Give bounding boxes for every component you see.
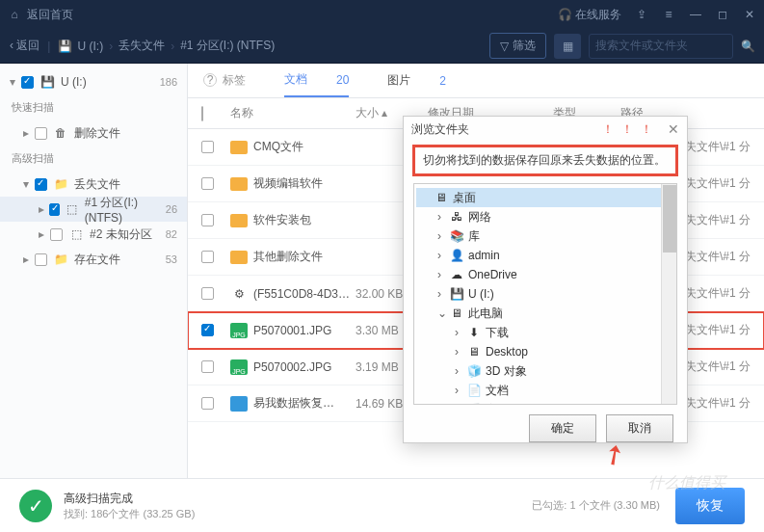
tree-item[interactable]: ›☁OneDrive	[416, 265, 674, 284]
status-title: 高级扫描完成	[64, 491, 195, 507]
dialog-warn-marks: ！！！	[602, 121, 660, 138]
breadcrumb[interactable]: 💾U (I:) ›丢失文件 ›#1 分区(I:) (NTFS)	[58, 38, 275, 54]
tree-label: 音乐	[486, 402, 509, 406]
folder-icon	[230, 141, 248, 154]
folder-icon	[230, 177, 248, 191]
file-name: (F551C0D8-4D3…	[253, 287, 350, 301]
back-home-button[interactable]: ⌂ 返回首页	[8, 7, 73, 23]
tree-label: 下载	[486, 325, 509, 341]
cancel-button[interactable]: 取消	[606, 414, 673, 442]
tree-label: OneDrive	[468, 268, 517, 281]
folder-tree[interactable]: 🖥桌面›🖧网络›📚库›👤admin›☁OneDrive›💾U (I:)⌄🖥此电脑…	[413, 183, 677, 405]
file-name: 其他删除文件	[253, 249, 323, 265]
tree-item[interactable]: ›💾U (I:)	[416, 284, 674, 304]
col-name[interactable]: 名称	[230, 105, 356, 121]
tree-label: 库	[468, 228, 480, 245]
sidebar-part1[interactable]: ▸⬚#1 分区(I:) (NTFS)26	[0, 197, 187, 222]
tree-icon: 🖧	[449, 210, 464, 224]
back-home-label: 返回首页	[27, 7, 73, 23]
headset-icon: 🎧	[559, 8, 572, 21]
grid-icon: ▦	[563, 40, 573, 53]
sidebar-part2[interactable]: ▸⬚#2 未知分区82	[0, 222, 187, 247]
sort-icon: ▴	[382, 106, 387, 120]
tree-item[interactable]: 🖥桌面	[416, 188, 674, 207]
search-icon[interactable]: 🔍	[741, 40, 754, 53]
dialog-warning: 切勿将找到的数据保存回原来丢失数据的位置。	[413, 146, 677, 175]
tree-item[interactable]: ›🖧网络	[416, 207, 674, 226]
tree-item[interactable]: ⌄🖥此电脑	[416, 304, 674, 323]
tree-item[interactable]: ›⬇下载	[416, 323, 674, 342]
partition-icon: ⬚	[68, 227, 84, 241]
file-name: 易我数据恢复…	[253, 395, 334, 412]
tree-item[interactable]: ›📚库	[416, 226, 674, 246]
tree-item[interactable]: ›🖥Desktop	[416, 342, 674, 361]
drive-icon: 💾	[40, 75, 55, 89]
sidebar-exist[interactable]: ▸📁存在文件53	[0, 247, 187, 272]
minimize-icon[interactable]: —	[689, 8, 702, 21]
search-input[interactable]: 搜索文件或文件夹	[589, 34, 733, 59]
tree-icon: 🎵	[466, 403, 482, 405]
folder-icon	[230, 214, 248, 227]
tree-label: 网络	[468, 209, 491, 226]
tree-item[interactable]: ›📄文档	[416, 381, 674, 400]
tree-item[interactable]: ›🧊3D 对象	[416, 361, 674, 381]
dialog-title: 浏览文件夹	[411, 121, 469, 138]
checkbox[interactable]	[201, 141, 214, 153]
tree-icon: 👤	[449, 249, 464, 262]
tab-documents[interactable]: 文档20	[284, 64, 349, 97]
jpg-icon: JPG	[230, 359, 248, 375]
trash-icon: 🗑	[53, 126, 68, 140]
checkbox[interactable]	[201, 397, 214, 410]
sidebar-drive[interactable]: ▾💾U (I:)186	[0, 69, 187, 94]
checkbox[interactable]	[201, 360, 214, 373]
menu-icon[interactable]: ≡	[662, 8, 675, 21]
tree-icon: 🖥	[434, 191, 449, 204]
file-name: 视频编辑软件	[253, 175, 323, 192]
filter-button[interactable]: ▽筛选	[489, 33, 546, 59]
tree-icon: 🧊	[466, 364, 482, 378]
selected-info: 已勾选: 1 个文件 (3.30 MB)	[532, 498, 660, 513]
sidebar-deleted[interactable]: ▸🗑删除文件	[0, 120, 187, 146]
drive-icon: 💾	[58, 40, 71, 53]
success-icon: ✓	[19, 490, 52, 522]
quick-scan-head: 快速扫描	[0, 94, 187, 120]
tree-icon: ☁	[449, 268, 464, 281]
tree-icon: 💾	[449, 287, 464, 301]
folder-icon	[230, 251, 248, 264]
titlebar: ⌂ 返回首页 🎧 在线服务 ⇪ ≡ — ◻ ✕	[0, 0, 764, 29]
tab-images[interactable]: 图片2	[387, 65, 446, 96]
partition-icon: ⬚	[66, 202, 79, 216]
service-button[interactable]: 🎧 在线服务	[559, 7, 621, 23]
tree-icon: 📄	[466, 384, 482, 397]
back-button[interactable]: ‹ 返回	[10, 38, 40, 54]
adv-scan-head: 高级扫描	[0, 146, 187, 172]
checkbox[interactable]	[201, 287, 214, 300]
checkbox[interactable]	[201, 324, 214, 336]
close-icon[interactable]: ✕	[743, 8, 756, 21]
view-grid-button[interactable]: ▦	[554, 34, 581, 59]
checkbox[interactable]	[201, 177, 214, 190]
tree-label: 桌面	[453, 190, 476, 206]
scrollbar[interactable]	[661, 184, 676, 404]
ok-button[interactable]: 确定	[529, 414, 596, 442]
tree-icon: 🖥	[466, 345, 482, 359]
tree-label: Desktop	[486, 345, 528, 359]
browse-folder-dialog: 浏览文件夹 ！！！ ✕ 切勿将找到的数据保存回原来丢失数据的位置。 🖥桌面›🖧网…	[403, 116, 688, 443]
tree-icon: 📚	[449, 229, 464, 243]
checkbox[interactable]	[201, 251, 214, 263]
checkbox[interactable]	[201, 214, 214, 226]
tree-icon: 🖥	[449, 306, 464, 320]
tree-label: 3D 对象	[486, 363, 527, 380]
tree-label: 文档	[486, 383, 509, 399]
close-icon[interactable]: ✕	[668, 121, 679, 137]
tree-item[interactable]: ›🎵音乐	[416, 400, 674, 405]
sidebar: ▾💾U (I:)186 快速扫描 ▸🗑删除文件 高级扫描 ▾📁丢失文件 ▸⬚#1…	[0, 64, 188, 478]
share-icon[interactable]: ⇪	[635, 8, 648, 21]
status-sub: 找到: 186个文件 (33.25 GB)	[64, 507, 195, 521]
tree-item[interactable]: ›👤admin	[416, 246, 674, 265]
home-icon: ⌂	[8, 8, 21, 21]
file-name: CMQ文件	[253, 139, 303, 155]
file-name: P5070002.JPG	[253, 360, 331, 374]
maximize-icon[interactable]: ◻	[716, 8, 729, 21]
sidebar-lost[interactable]: ▾📁丢失文件	[0, 172, 187, 197]
